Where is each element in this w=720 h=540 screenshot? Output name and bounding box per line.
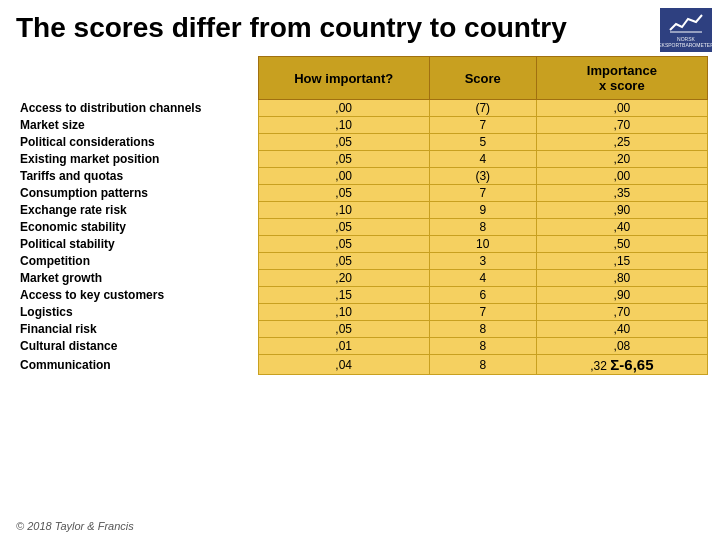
row-label: Communication [12,355,258,375]
table-row: Political considerations,055,25 [12,134,708,151]
row-label: Competition [12,253,258,270]
how-important-header: How important? [258,57,429,100]
row-imp: ,90 [536,202,707,219]
row-label: Logistics [12,304,258,321]
table-header-row: How important? Score Importance x score [12,57,708,100]
row-score: 4 [429,270,536,287]
table-row: Market growth,204,80 [12,270,708,287]
row-label: Cultural distance [12,338,258,355]
table-row: Cultural distance,018,08 [12,338,708,355]
importance-header-line1: Importance [587,63,657,78]
row-score: 7 [429,304,536,321]
row-score: 3 [429,253,536,270]
row-score: 9 [429,202,536,219]
row-how: ,00 [258,168,429,185]
row-score: 5 [429,134,536,151]
table-row: Economic stability,058,40 [12,219,708,236]
row-imp: ,15 [536,253,707,270]
row-how: ,05 [258,236,429,253]
table-row: Political stability,0510,50 [12,236,708,253]
table-row: Competition,053,15 [12,253,708,270]
row-score: 10 [429,236,536,253]
row-label: Financial risk [12,321,258,338]
row-how: ,15 [258,287,429,304]
row-label: Access to distribution channels [12,100,258,117]
row-how: ,00 [258,100,429,117]
row-how: ,01 [258,338,429,355]
row-score: 8 [429,355,536,375]
row-imp: ,50 [536,236,707,253]
row-imp: ,40 [536,321,707,338]
table-row: Exchange rate risk,109,90 [12,202,708,219]
row-label: Economic stability [12,219,258,236]
table-row: Communication,048,32 Σ-6,65 [12,355,708,375]
row-score: 6 [429,287,536,304]
row-score: 4 [429,151,536,168]
row-imp: ,70 [536,304,707,321]
row-how: ,05 [258,219,429,236]
row-label: Existing market position [12,151,258,168]
row-how: ,20 [258,270,429,287]
row-how: ,10 [258,202,429,219]
row-label: Tariffs and quotas [12,168,258,185]
row-how: ,05 [258,134,429,151]
scores-table: How important? Score Importance x score … [12,56,708,375]
row-imp: ,00 [536,100,707,117]
row-how: ,04 [258,355,429,375]
page-title: The scores differ from country to countr… [0,0,720,52]
row-how: ,05 [258,321,429,338]
row-how: ,10 [258,117,429,134]
row-imp: ,00 [536,168,707,185]
row-score: 7 [429,117,536,134]
row-imp: ,90 [536,287,707,304]
row-score: 8 [429,321,536,338]
row-imp: ,08 [536,338,707,355]
row-score: 7 [429,185,536,202]
row-how: ,05 [258,151,429,168]
table-row: Market size,107,70 [12,117,708,134]
row-score: 8 [429,338,536,355]
row-imp: ,35 [536,185,707,202]
row-imp: ,70 [536,117,707,134]
row-label: Access to key customers [12,287,258,304]
row-how: ,10 [258,304,429,321]
table-row: Existing market position,054,20 [12,151,708,168]
row-imp: ,25 [536,134,707,151]
row-label: Exchange rate risk [12,202,258,219]
importance-header-line2: x score [599,78,645,93]
row-imp: ,20 [536,151,707,168]
row-score: (7) [429,100,536,117]
row-how: ,05 [258,253,429,270]
table-row: Consumption patterns,057,35 [12,185,708,202]
row-label: Political stability [12,236,258,253]
table-row: Access to key customers,156,90 [12,287,708,304]
table-row: Financial risk,058,40 [12,321,708,338]
row-label: Consumption patterns [12,185,258,202]
table-row: Logistics,107,70 [12,304,708,321]
row-imp: ,32 Σ-6,65 [536,355,707,375]
row-label: Political considerations [12,134,258,151]
importance-score-header: Importance x score [536,57,707,100]
logo-text: NORSK EKSPORTBAROMETER [658,36,713,48]
row-label: Market growth [12,270,258,287]
sigma-text: Σ-6,65 [610,356,653,373]
row-imp: ,80 [536,270,707,287]
label-header [12,57,258,100]
table-row: Tariffs and quotas,00(3),00 [12,168,708,185]
table-row: Access to distribution channels,00(7),00 [12,100,708,117]
score-header: Score [429,57,536,100]
row-imp: ,40 [536,219,707,236]
row-score: 8 [429,219,536,236]
row-how: ,05 [258,185,429,202]
row-label: Market size [12,117,258,134]
logo-box: NORSK EKSPORTBAROMETER [660,8,712,52]
row-score: (3) [429,168,536,185]
footer-text: © 2018 Taylor & Francis [16,520,134,532]
